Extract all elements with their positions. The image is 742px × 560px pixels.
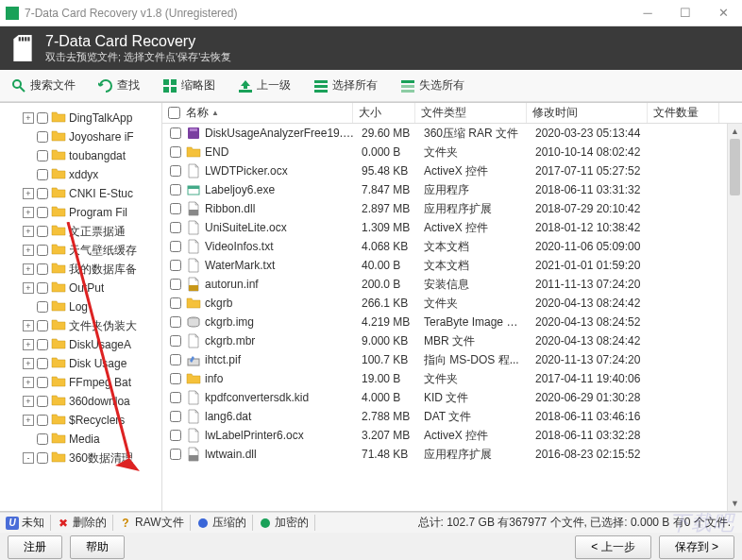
tree-checkbox[interactable] <box>37 377 48 388</box>
tree-item[interactable]: +文件夹伪装大 <box>0 316 161 335</box>
column-type[interactable]: 文件类型 <box>415 103 527 123</box>
thumbnail-button[interactable]: 缩略图 <box>157 74 221 97</box>
scroll-down-icon[interactable]: ▼ <box>728 496 742 511</box>
tree-checkbox[interactable] <box>37 169 48 180</box>
tree-item[interactable]: +OutPut <box>0 279 161 297</box>
tree-checkbox[interactable] <box>37 433 48 445</box>
list-header[interactable]: 名称 大小 文件类型 修改时间 文件数量 <box>162 103 742 124</box>
tree-checkbox[interactable] <box>37 112 48 124</box>
file-row[interactable]: LWDTPicker.ocx95.48 KBActiveX 控件2017-07-… <box>162 161 742 180</box>
file-row[interactable]: ckgrb266.1 KB文件夹2020-04-13 08:24:42 <box>162 294 742 313</box>
folder-tree[interactable]: +DingTalkAppJoyoshare iFtoubangdatxddyx+… <box>0 103 162 511</box>
file-row[interactable]: lwLabelPrinter6.ocx3.207 MBActiveX 控件201… <box>162 426 742 445</box>
expand-icon[interactable]: + <box>23 358 34 369</box>
tree-item[interactable]: -360数据清理 <box>0 449 161 467</box>
expand-icon[interactable]: + <box>23 396 34 407</box>
tree-checkbox[interactable] <box>37 188 48 199</box>
file-row[interactable]: lwtwain.dll71.48 KB应用程序扩展2016-08-23 02:1… <box>162 445 742 464</box>
tree-item[interactable]: +Program Fil <box>0 203 161 222</box>
row-checkbox[interactable] <box>170 373 181 384</box>
scroll-thumb[interactable] <box>730 139 740 195</box>
file-row[interactable]: ckgrb.img4.219 MBTeraByte Image Fil...20… <box>162 313 742 331</box>
row-checkbox[interactable] <box>170 260 181 271</box>
row-checkbox[interactable] <box>170 335 181 347</box>
tree-checkbox[interactable] <box>37 282 48 294</box>
row-checkbox[interactable] <box>170 392 181 403</box>
tree-item[interactable]: +DiskUsageA <box>0 335 161 354</box>
select-all-button[interactable]: 选择所有 <box>308 74 383 97</box>
expand-icon[interactable]: + <box>23 245 34 256</box>
tree-item[interactable]: Joyoshare iF <box>0 127 161 146</box>
tree-checkbox[interactable] <box>37 452 48 464</box>
tree-checkbox[interactable] <box>37 396 48 407</box>
row-checkbox[interactable] <box>170 165 181 177</box>
tree-item[interactable]: +天气壁纸缓存 <box>0 241 161 260</box>
tree-checkbox[interactable] <box>37 339 48 350</box>
file-row[interactable]: info19.00 B文件夹2017-04-11 19:40:06 <box>162 369 742 388</box>
tree-checkbox[interactable] <box>37 207 48 218</box>
row-checkbox[interactable] <box>170 184 181 195</box>
select-all-checkbox[interactable] <box>168 107 180 119</box>
row-checkbox[interactable] <box>170 430 181 441</box>
file-row[interactable]: lang6.dat2.788 MBDAT 文件2018-06-11 03:46:… <box>162 407 742 426</box>
tree-checkbox[interactable] <box>37 226 48 237</box>
row-checkbox[interactable] <box>170 146 181 158</box>
file-row[interactable]: Ribbon.dll2.897 MB应用程序扩展2018-07-29 20:10… <box>162 199 742 218</box>
tree-checkbox[interactable] <box>37 415 48 426</box>
help-button[interactable]: 帮助 <box>70 535 125 559</box>
row-checkbox[interactable] <box>170 279 181 290</box>
expand-icon[interactable]: - <box>23 452 34 464</box>
file-row[interactable]: kpdfconvertersdk.kid4.000 BKID 文件2020-06… <box>162 388 742 407</box>
row-checkbox[interactable] <box>170 316 181 328</box>
file-list[interactable]: DiskUsageAnalyzerFree19.rar29.60 MB360压缩… <box>162 124 742 511</box>
find-button[interactable]: 查找 <box>93 74 145 97</box>
row-checkbox[interactable] <box>170 297 181 309</box>
expand-icon[interactable]: + <box>23 339 34 350</box>
minimize-button[interactable]: ─ <box>629 0 666 26</box>
tree-item[interactable]: Media <box>0 430 161 449</box>
expand-icon[interactable]: + <box>23 377 34 388</box>
tree-item[interactable]: Log <box>0 297 161 316</box>
file-row[interactable]: ckgrb.mbr9.000 KBMBR 文件2020-04-13 08:24:… <box>162 331 742 350</box>
file-row[interactable]: END0.000 B文件夹2010-10-14 08:02:42 <box>162 143 742 161</box>
tree-checkbox[interactable] <box>37 320 48 331</box>
row-checkbox[interactable] <box>170 411 181 422</box>
expand-icon[interactable]: + <box>23 415 34 426</box>
column-count[interactable]: 文件数量 <box>648 103 719 123</box>
tree-checkbox[interactable] <box>37 150 48 161</box>
tree-item[interactable]: xddyx <box>0 165 161 184</box>
search-files-button[interactable]: 搜索文件 <box>6 74 81 97</box>
tree-checkbox[interactable] <box>37 131 48 143</box>
expand-icon[interactable]: + <box>23 226 34 237</box>
tree-checkbox[interactable] <box>37 358 48 369</box>
file-row[interactable]: ihtct.pif100.7 KB指向 MS-DOS 程...2020-11-1… <box>162 350 742 369</box>
tree-item[interactable]: +DingTalkApp <box>0 109 161 127</box>
row-checkbox[interactable] <box>170 449 181 460</box>
file-row[interactable]: DiskUsageAnalyzerFree19.rar29.60 MB360压缩… <box>162 124 742 143</box>
tree-item[interactable]: +FFmpeg Bat <box>0 373 161 392</box>
tree-item[interactable]: +$Recyclers <box>0 411 161 430</box>
expand-icon[interactable]: + <box>23 320 34 331</box>
deselect-all-button[interactable]: 失选所有 <box>395 74 470 97</box>
column-size[interactable]: 大小 <box>353 103 415 123</box>
tree-item[interactable]: +360downloa <box>0 392 161 411</box>
register-button[interactable]: 注册 <box>8 535 62 559</box>
up-level-button[interactable]: 上一级 <box>232 74 296 97</box>
column-name[interactable]: 名称 <box>162 103 353 123</box>
tree-item[interactable]: +Disk Usage <box>0 354 161 373</box>
scroll-up-icon[interactable]: ▲ <box>728 124 742 139</box>
file-row[interactable]: WaterMark.txt40.00 B文本文档2021-01-01 01:59… <box>162 256 742 275</box>
tree-item[interactable]: +我的数据库备 <box>0 260 161 279</box>
tree-checkbox[interactable] <box>37 263 48 275</box>
file-row[interactable]: autorun.inf200.0 B安装信息2011-11-13 07:24:2… <box>162 275 742 294</box>
list-scrollbar[interactable]: ▲ ▼ <box>727 124 742 511</box>
expand-icon[interactable]: + <box>23 112 34 124</box>
row-checkbox[interactable] <box>170 127 181 139</box>
tree-checkbox[interactable] <box>37 245 48 256</box>
file-row[interactable]: Labeljoy6.exe7.847 MB应用程序2018-06-11 03:3… <box>162 180 742 199</box>
expand-icon[interactable]: + <box>23 263 34 275</box>
back-button[interactable]: < 上一步 <box>575 535 650 559</box>
tree-item[interactable]: +CNKI E-Stuc <box>0 184 161 203</box>
expand-icon[interactable]: + <box>23 207 34 218</box>
expand-icon[interactable]: + <box>23 282 34 294</box>
